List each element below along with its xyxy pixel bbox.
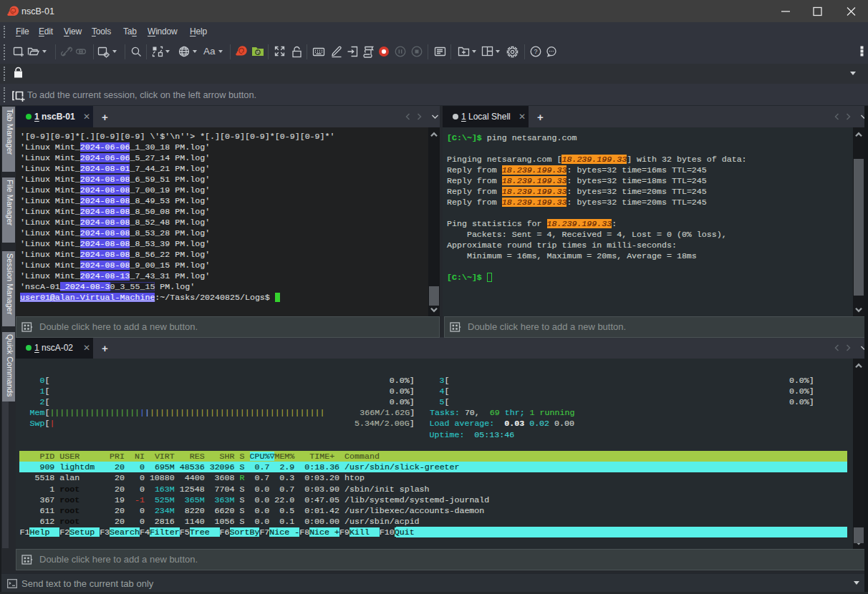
svg-text:?: ?: [534, 48, 537, 55]
